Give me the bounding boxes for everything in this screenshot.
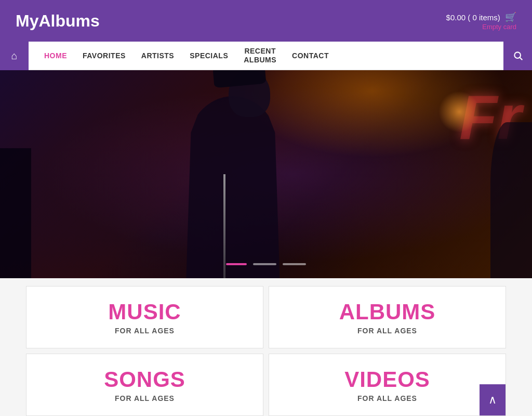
card-songs-subtitle: FOR ALL AGES xyxy=(37,394,252,402)
cards-grid: MUSIC FOR ALL AGES ALBUMS FOR ALL AGES S… xyxy=(0,278,532,416)
nav-item-specials[interactable]: SPECIALS xyxy=(190,51,228,60)
card-albums-subtitle: FOR ALL AGES xyxy=(280,327,495,335)
card-videos-subtitle: FOR ALL AGES xyxy=(280,394,495,402)
card-music-subtitle: FOR ALL AGES xyxy=(37,327,252,335)
nav-bar: ⌂ HOME FAVORITES ARTISTS SPECIALS RECENT… xyxy=(0,42,532,70)
hero-microphone-stand xyxy=(223,174,225,278)
cart-area: $0.00 ( 0 items) 🛒 Empty card xyxy=(446,11,516,31)
card-videos-title: VIDEOS xyxy=(280,367,495,392)
empty-card-label[interactable]: Empty card xyxy=(446,23,516,31)
card-music-title: MUSIC xyxy=(37,300,252,324)
cart-display: $0.00 ( 0 items) xyxy=(446,13,500,22)
slider-dot-1[interactable] xyxy=(226,263,247,265)
home-icon[interactable]: ⌂ xyxy=(0,42,29,70)
cart-amount: $0.00 ( 0 items) 🛒 xyxy=(446,13,516,22)
hero-section: Fr xyxy=(0,70,532,278)
header: MyAlbums $0.00 ( 0 items) 🛒 Empty card xyxy=(0,0,532,42)
cart-icon[interactable]: 🛒 xyxy=(505,11,516,23)
hero-person-right xyxy=(490,122,532,278)
card-albums[interactable]: ALBUMS FOR ALL AGES xyxy=(269,286,506,348)
slider-dots xyxy=(226,263,306,265)
nav-item-artists[interactable]: ARTISTS xyxy=(141,51,174,60)
nav-item-favorites[interactable]: FAVORITES xyxy=(83,51,126,60)
nav-item-home[interactable]: HOME xyxy=(44,51,67,60)
stage-light xyxy=(438,91,480,133)
search-icon[interactable] xyxy=(503,42,532,70)
nav-item-recent-albums[interactable]: RECENT ALBUMS xyxy=(244,47,276,64)
card-music[interactable]: MUSIC FOR ALL AGES xyxy=(26,286,263,348)
hero-singer-body xyxy=(186,96,280,278)
card-albums-title: ALBUMS xyxy=(280,300,495,324)
logo[interactable]: MyAlbums xyxy=(16,11,100,31)
card-songs-title: SONGS xyxy=(37,367,252,392)
hero-background: Fr xyxy=(0,70,532,278)
recent-line2: ALBUMS xyxy=(244,56,276,64)
card-videos[interactable]: VIDEOS FOR ALL AGES ∧ xyxy=(269,354,506,416)
chevron-up-icon: ∧ xyxy=(488,393,497,407)
slider-dot-3[interactable] xyxy=(283,263,306,265)
svg-point-0 xyxy=(514,52,521,58)
card-songs[interactable]: SONGS FOR ALL AGES xyxy=(26,354,263,416)
hero-person-left xyxy=(0,148,31,278)
scroll-to-top-button[interactable]: ∧ xyxy=(480,384,506,415)
recent-line1: RECENT xyxy=(244,47,276,55)
slider-dot-2[interactable] xyxy=(253,263,276,265)
nav-item-contact[interactable]: CONTACT xyxy=(292,51,329,60)
svg-line-1 xyxy=(520,58,522,60)
nav-links: HOME FAVORITES ARTISTS SPECIALS RECENT A… xyxy=(29,47,503,64)
